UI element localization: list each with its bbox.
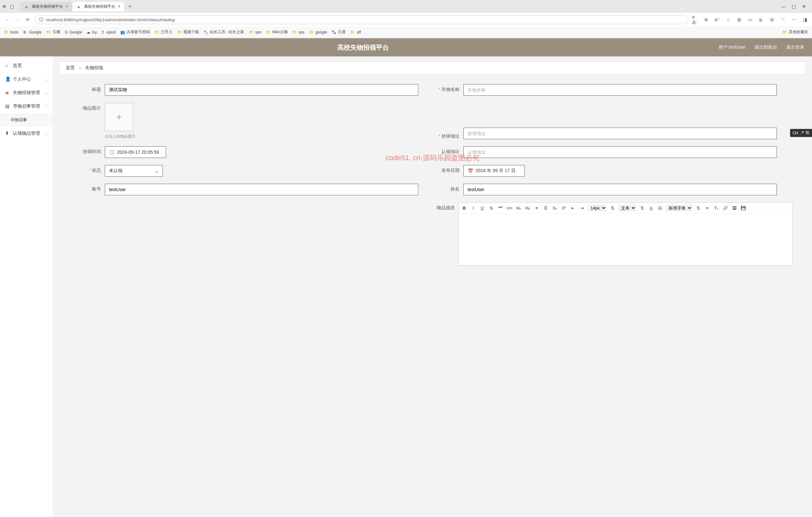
breadcrumb-home[interactable]: 首页: [66, 65, 75, 71]
image-icon[interactable]: 🖼: [731, 206, 737, 211]
maximize-icon[interactable]: ▢: [791, 4, 796, 9]
save-icon[interactable]: 💾: [741, 206, 746, 211]
fontcolor-icon[interactable]: A: [648, 206, 654, 211]
zoom-icon[interactable]: ⊕: [703, 17, 709, 23]
bookmark-item[interactable]: 🗎Google: [23, 30, 41, 34]
fontsize-select[interactable]: 14px: [588, 205, 606, 211]
bgcolor-icon[interactable]: A: [657, 206, 663, 211]
bookmark-item[interactable]: 📁tools: [4, 30, 19, 34]
bookmark-item[interactable]: 📁已导入: [154, 29, 173, 35]
title-label: 标题: [72, 84, 105, 92]
underline-icon[interactable]: U: [480, 206, 485, 211]
strike-icon[interactable]: S: [489, 206, 494, 211]
bookmark-item[interactable]: 👥共享账号密码: [120, 29, 150, 35]
bookmark-item[interactable]: 📁google: [309, 30, 327, 34]
italic-icon[interactable]: I: [470, 206, 476, 211]
logout-button[interactable]: 退出登录: [786, 44, 804, 50]
bookmark-item[interactable]: 📁视频下载: [177, 29, 199, 35]
back-icon[interactable]: ←: [4, 17, 10, 23]
outdent-icon[interactable]: ⇥: [579, 206, 585, 211]
pubdate-picker[interactable]: 📅 2024 年 09 月 17 日: [463, 165, 525, 177]
forward-icon[interactable]: →: [14, 17, 21, 23]
claimaddr-input[interactable]: [463, 146, 777, 158]
translate-icon[interactable]: aあ: [692, 17, 698, 23]
bold-icon[interactable]: B: [461, 206, 467, 211]
url-box[interactable]: ⓘ localhost:8080/springboot38tp1/admin/d…: [35, 15, 688, 24]
sidebar-item-profile[interactable]: 👤个人中心 ⌄: [0, 72, 53, 86]
info-icon[interactable]: ⓘ: [39, 17, 44, 23]
status-select[interactable]: 未认领 ⌄: [105, 165, 163, 177]
link-icon[interactable]: 🔗: [722, 206, 728, 211]
font-select[interactable]: 标准字体: [666, 205, 692, 211]
user-icon: 👤: [5, 77, 10, 82]
bookmark-item[interactable]: 📁vpn: [249, 30, 262, 34]
close-window-icon[interactable]: ✕: [802, 4, 806, 9]
shield-icon[interactable]: ♡: [780, 17, 786, 23]
sidebar-item-seeking-notice[interactable]: 寻物启事: [0, 113, 53, 127]
browser-tab[interactable]: ▲ 高校失物招领平台 ×: [72, 2, 124, 11]
sidebar-item-seeking[interactable]: ▤寻物启事管理 ⌃: [0, 100, 53, 113]
clear-icon[interactable]: Tₓ: [713, 206, 719, 211]
lostname-input[interactable]: [463, 84, 777, 96]
tab-title: 高校失物招领平台: [32, 4, 63, 9]
more-icon[interactable]: ⋯: [791, 17, 797, 23]
bookmark-item[interactable]: ↥uplod: [101, 30, 115, 34]
lostname-label: 失物名称: [431, 84, 463, 92]
browser-tab[interactable]: ▲ 高校失物招领平台 ×: [20, 2, 72, 11]
extension-icon[interactable]: ⊞: [736, 17, 742, 23]
vue-icon: ▲: [24, 4, 29, 9]
indent-icon[interactable]: ⇤: [570, 206, 576, 211]
pickaddr-input[interactable]: [463, 128, 777, 139]
list-ol-icon[interactable]: ≡: [534, 206, 540, 211]
bookmark-item[interactable]: 📁Max云梯: [266, 29, 288, 35]
screenshot-icon[interactable]: ⧉: [769, 17, 775, 23]
ime-badge[interactable]: CH 🎤 简: [790, 129, 812, 137]
picktime-picker[interactable]: 🕒 2024-09-17 20:05:59: [105, 146, 166, 158]
h1-icon[interactable]: H₁: [516, 206, 521, 211]
reader-icon[interactable]: A⁺: [714, 17, 720, 23]
rte-body[interactable]: [459, 214, 793, 265]
rte-toolbar: B I U S ❝❞ </> H₁ H₂ ≡ ☰ X₂: [459, 203, 793, 214]
sidebar-item-claim[interactable]: ⬇认领物品管理 ⌄: [0, 127, 53, 140]
stepper-icon[interactable]: ⇅: [609, 206, 615, 211]
tab-overview-icon[interactable]: ▢: [10, 4, 14, 9]
new-tab-button[interactable]: +: [125, 2, 135, 11]
bookmark-item[interactable]: GGoogle: [65, 30, 82, 34]
list-ul-icon[interactable]: ☰: [543, 206, 549, 211]
name-input[interactable]: [463, 184, 777, 195]
collections-icon[interactable]: ▭: [747, 17, 753, 23]
close-icon[interactable]: ×: [65, 4, 68, 9]
profile-icon[interactable]: [3, 5, 6, 8]
quote-icon[interactable]: ❝❞: [498, 206, 503, 211]
title-input[interactable]: [105, 84, 418, 96]
name-label: 姓名: [431, 184, 463, 192]
bookmark-item[interactable]: 📁宝藏: [46, 29, 60, 35]
minimize-icon[interactable]: ―: [781, 4, 786, 9]
user-label[interactable]: 用户 testUser: [719, 44, 746, 50]
bookmark-overflow[interactable]: 📁其他收藏夹: [782, 29, 808, 35]
stepper-icon[interactable]: ⇅: [639, 206, 645, 211]
close-icon[interactable]: ×: [118, 4, 120, 9]
code-icon[interactable]: </>: [506, 206, 513, 211]
chevron-down-icon: ⌄: [45, 91, 48, 95]
account-input[interactable]: [105, 184, 418, 195]
refresh-icon[interactable]: ⟳: [25, 17, 31, 23]
back-to-front-button[interactable]: 退出到前台: [755, 44, 777, 50]
stepper-icon[interactable]: ⇅: [695, 206, 701, 211]
bookmark-item[interactable]: 📁aff: [350, 30, 361, 34]
sidebar-item-lostfound[interactable]: ≣失物招领管理 ⌄: [0, 86, 53, 100]
superscript-icon[interactable]: X²: [561, 206, 567, 211]
align-icon[interactable]: ≡: [704, 206, 710, 211]
star-icon[interactable]: ☆: [725, 17, 731, 23]
bookmark-item[interactable]: 🔧站长工具 - 站长之家: [203, 29, 244, 35]
sidebar-icon[interactable]: ◨: [802, 17, 808, 23]
subscript-icon[interactable]: X₂: [552, 206, 557, 211]
bookmark-item[interactable]: ☁txy: [86, 30, 97, 34]
h2-icon[interactable]: H₂: [525, 206, 530, 211]
favorites-icon[interactable]: ⊵: [758, 17, 764, 23]
bookmark-item[interactable]: 🐾百度: [331, 29, 346, 35]
sidebar-item-home[interactable]: ⌂首页: [0, 59, 53, 72]
upload-button[interactable]: +: [105, 103, 133, 131]
texttype-select[interactable]: 文本: [618, 205, 636, 211]
bookmark-item[interactable]: 📁vps: [292, 30, 305, 34]
